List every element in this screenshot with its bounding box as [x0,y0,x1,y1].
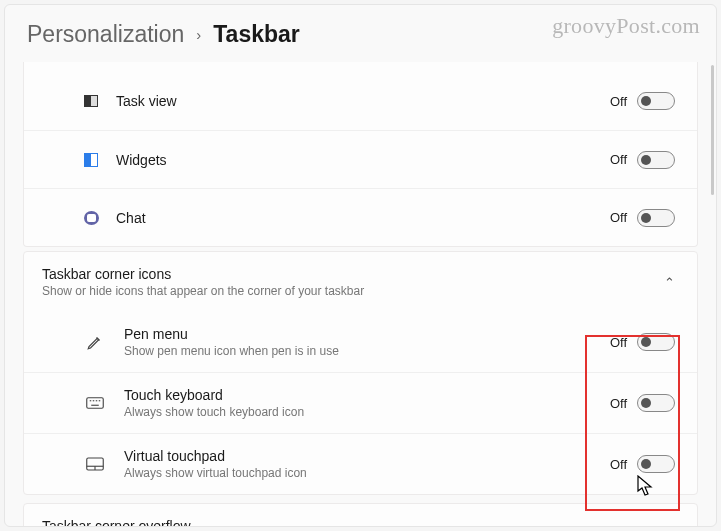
touchpad-toggle[interactable] [637,455,675,473]
corner-title: Taskbar corner icons [42,266,664,282]
breadcrumb-parent[interactable]: Personalization [27,21,184,48]
pen-toggle[interactable] [637,333,675,351]
chat-toggle[interactable] [637,209,675,227]
touchpad-icon [86,455,104,473]
widgets-icon [82,151,100,169]
taskbar-items-card: Task view Off Widgets Off Chat Off [23,62,698,247]
task-view-icon [82,92,100,110]
overflow-title: Taskbar corner overflow [42,518,675,527]
chevron-right-icon: › [196,26,201,43]
row-widgets[interactable]: Widgets Off [24,130,697,188]
task-view-state: Off [610,94,627,109]
pen-icon [86,333,104,351]
row-touch-keyboard[interactable]: Touch keyboard Always show touch keyboar… [24,372,697,433]
taskbar-corner-icons-header[interactable]: Taskbar corner icons Show or hide icons … [24,252,697,312]
touchpad-title: Virtual touchpad [124,448,610,464]
row-task-view[interactable]: Task view Off [24,72,697,130]
touch-sub: Always show touch keyboard icon [124,405,610,419]
row-chat[interactable]: Chat Off [24,188,697,246]
touchpad-state: Off [610,457,627,472]
chat-icon [82,209,100,227]
chat-state: Off [610,210,627,225]
task-view-toggle[interactable] [637,92,675,110]
touch-state: Off [610,396,627,411]
task-view-title: Task view [116,93,610,109]
chevron-up-icon[interactable]: ⌃ [664,275,675,290]
pen-state: Off [610,335,627,350]
touch-title: Touch keyboard [124,387,610,403]
vertical-scrollbar[interactable] [711,65,714,195]
widgets-state: Off [610,152,627,167]
breadcrumb-current: Taskbar [213,21,300,48]
svg-rect-0 [87,398,104,409]
corner-sub: Show or hide icons that appear on the co… [42,284,664,298]
keyboard-icon [86,394,104,412]
row-pen-menu[interactable]: Pen menu Show pen menu icon when pen is … [24,312,697,372]
pen-sub: Show pen menu icon when pen is in use [124,344,610,358]
row-virtual-touchpad[interactable]: Virtual touchpad Always show virtual tou… [24,433,697,494]
touchpad-sub: Always show virtual touchpad icon [124,466,610,480]
watermark-text: groovyPost.com [552,13,700,39]
pen-title: Pen menu [124,326,610,342]
widgets-toggle[interactable] [637,151,675,169]
taskbar-corner-overflow-card[interactable]: Taskbar corner overflow [23,503,698,527]
touch-toggle[interactable] [637,394,675,412]
widgets-title: Widgets [116,152,610,168]
taskbar-corner-icons-card: Taskbar corner icons Show or hide icons … [23,251,698,495]
chat-title: Chat [116,210,610,226]
